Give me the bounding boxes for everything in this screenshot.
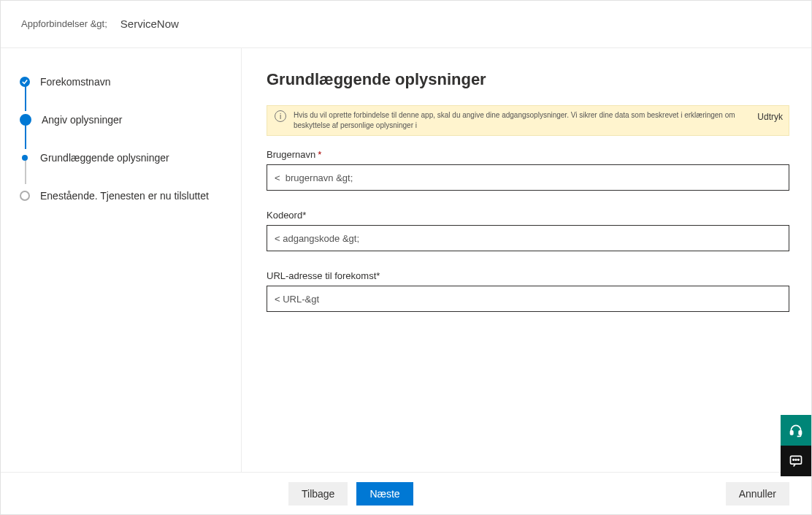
step-connector: [25, 83, 26, 111]
username-label: Brugernavn*: [267, 149, 789, 160]
info-icon: i: [275, 110, 286, 122]
wizard-steps-sidebar: Forekomstnavn Angiv oplysninger Grundlæg…: [1, 48, 242, 472]
pending-step-icon: [20, 191, 30, 201]
wizard-main-panel: Grundlæggende oplysninger i Hvis du vil …: [242, 48, 811, 472]
step-label: Forekomstnavn: [40, 76, 110, 88]
substep-icon: [22, 155, 28, 161]
cancel-button[interactable]: Annuller: [726, 482, 789, 506]
svg-point-3: [793, 459, 794, 461]
wizard-header: Appforbindelser &gt; ServiceNow: [1, 1, 811, 47]
back-button[interactable]: Tilbage: [288, 482, 348, 506]
feedback-button[interactable]: [781, 446, 811, 476]
step-instance-name[interactable]: Forekomstnavn: [20, 73, 226, 91]
service-name: ServiceNow: [120, 18, 179, 30]
info-banner: i Hvis du vil oprette forbindelse til de…: [267, 105, 789, 136]
headset-icon: [789, 423, 803, 438]
current-step-icon: [20, 114, 31, 126]
svg-rect-0: [791, 431, 793, 435]
next-button[interactable]: Næste: [356, 482, 413, 506]
wizard-footer: Tilbage Næste Annuller: [1, 472, 811, 514]
app-connector-wizard: Appforbindelser &gt; ServiceNow Forekoms…: [0, 0, 812, 515]
field-username: Brugernavn*: [267, 149, 789, 191]
field-instance-url: URL-adresse til forekomst*: [267, 270, 789, 312]
svg-point-4: [795, 459, 797, 461]
required-asterisk: *: [318, 149, 321, 160]
info-message: Hvis du vil oprette forbindelse til denn…: [294, 110, 781, 131]
step-label: Angiv oplysninger: [42, 114, 123, 126]
wizard-body: Forekomstnavn Angiv oplysninger Grundlæg…: [1, 47, 811, 472]
step-label: Enestående. Tjenesten er nu tilsluttet: [40, 190, 209, 202]
step-label: Grundlæggende oplysninger: [40, 152, 169, 164]
page-title: Grundlæggende oplysninger: [267, 70, 789, 89]
feedback-icon: [789, 454, 803, 468]
password-label: Kodeord*: [267, 210, 789, 221]
password-input[interactable]: [267, 225, 789, 251]
username-input[interactable]: [267, 164, 789, 191]
check-icon: [20, 77, 30, 87]
svg-point-5: [798, 459, 800, 461]
help-headset-button[interactable]: [781, 415, 811, 446]
step-basic-info[interactable]: Grundlæggende oplysninger: [20, 149, 226, 167]
step-enter-details[interactable]: Angiv oplysninger: [20, 111, 226, 129]
instance-url-label: URL-adresse til forekomst*: [267, 270, 789, 281]
breadcrumb: Appforbindelser &gt;: [21, 18, 107, 29]
step-outstanding: Enestående. Tjenesten er nu tilsluttet: [20, 187, 226, 205]
svg-rect-1: [799, 431, 801, 435]
info-trailing-link[interactable]: Udtryk: [757, 112, 783, 122]
label-text: Brugernavn: [267, 149, 315, 160]
instance-url-input[interactable]: [267, 286, 789, 312]
field-password: Kodeord*: [267, 210, 789, 251]
